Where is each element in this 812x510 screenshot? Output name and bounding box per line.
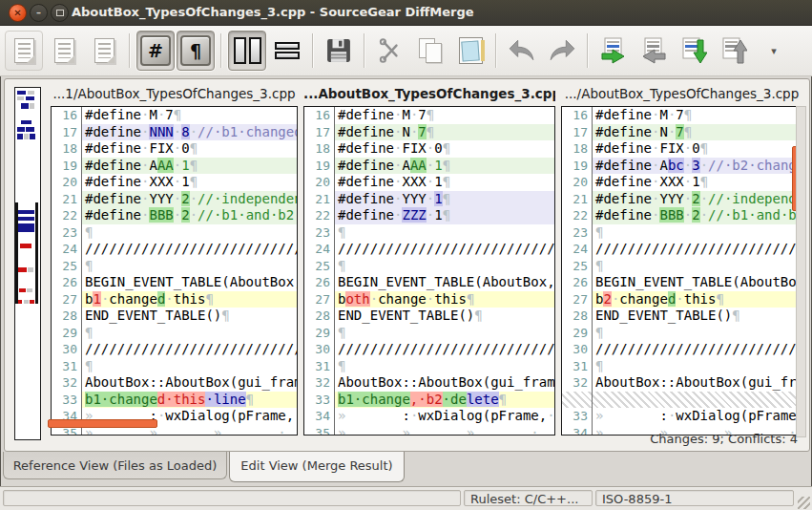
diffmerge-window: { "window": { "title": "AboutBox_TypesOf… [0, 0, 812, 510]
code-line[interactable]: 22#define·ZZZ·1¶ [304, 207, 554, 224]
code-line[interactable]: 17#define·N·7¶ [304, 124, 554, 141]
code-line[interactable]: 25¶ [562, 258, 802, 275]
code-line[interactable]: 24//////////////////////////// [304, 241, 554, 258]
code-line[interactable]: 27b2·changed·this¶ [562, 291, 802, 308]
save-button[interactable] [320, 31, 358, 71]
close-button[interactable]: ✕ [9, 4, 27, 22]
code-line[interactable]: 29¶ [304, 325, 554, 342]
file-diff-button[interactable] [5, 31, 43, 71]
line-number: 31 [304, 358, 335, 375]
code-line[interactable]: 26BEGIN_EVENT_TABLE(AboutBox,· [562, 274, 802, 291]
tab-edit-view[interactable]: Edit View (Merge Result) [229, 452, 405, 482]
code-line[interactable]: 18#define·FIX·0¶ [562, 140, 802, 158]
line-text: #define·YYY·2·//·independent [82, 191, 297, 208]
apply-change-down-button[interactable] [675, 31, 713, 71]
code-panel-left[interactable]: 16#define·M·7¶17#define·NNN·8·//·b1·chan… [51, 106, 298, 436]
undo-button[interactable] [503, 31, 541, 71]
apply-change-left-button[interactable] [635, 31, 673, 71]
code-line[interactable]: 32AboutBox::AboutBox(gui_frame [52, 374, 297, 392]
code-line[interactable]: 32AboutBox::AboutBox(gui_frame [304, 374, 554, 392]
encoding-cell: ISO-8859-1 [595, 490, 794, 506]
maximize-button[interactable] [51, 4, 69, 22]
code-line[interactable]: 35» » » ..·.. [304, 425, 554, 436]
code-line[interactable]: 25¶ [52, 258, 297, 275]
file-merge-button[interactable] [85, 31, 123, 71]
code-line[interactable]: 20#define·XXX·1¶ [562, 174, 802, 191]
line-number [562, 392, 593, 409]
code-line[interactable]: 31¶ [304, 358, 554, 375]
code-line[interactable]: 19#define·AAA·1¶ [304, 158, 554, 175]
code-line[interactable]: 24//////////////////////////// [562, 241, 802, 258]
split-vertical-button[interactable] [228, 31, 266, 71]
copy-button[interactable] [411, 31, 449, 71]
apply-change-up-button[interactable] [715, 31, 753, 71]
code-line[interactable]: 28END_EVENT_TABLE()¶ [562, 308, 802, 325]
apply-change-right-button[interactable] [594, 31, 633, 71]
apply-menu-button[interactable]: ▾ [755, 31, 793, 71]
split-horizontal-button[interactable] [268, 31, 306, 71]
code-panel-right[interactable]: 16#define·M·7¶17#define·N·7¶18#define·FI… [561, 106, 802, 436]
code-line[interactable]: 30//////////////////////////// [304, 341, 554, 358]
code-line[interactable]: 21#define·YYY·2·//·independent [52, 191, 297, 208]
file-path-left: ...1/AboutBox_TypesOfChanges_3.cpp [51, 84, 298, 103]
code-line[interactable]: 33» :·wxDialog(pFrame,· [562, 408, 802, 425]
code-line[interactable]: 31¶ [52, 358, 297, 375]
cut-button[interactable] [371, 31, 409, 71]
code-line[interactable]: 34» :·wxDialog(pFrame,· [304, 408, 554, 425]
redo-button[interactable] [543, 31, 581, 71]
code-line[interactable]: 28END_EVENT_TABLE()¶ [304, 308, 554, 325]
code-line[interactable]: 29¶ [562, 325, 802, 342]
deleted-line-placeholder[interactable] [562, 392, 802, 409]
code-line[interactable]: 19#define·Abc·3·//·b2·changed [562, 158, 802, 175]
code-line[interactable]: 33b1·change,·b2·delete¶ [304, 392, 554, 409]
overview-strip[interactable] [14, 87, 41, 440]
show-whitespace-button[interactable]: ¶ [177, 31, 215, 71]
code-line[interactable]: 21#define·YYY·2·//·independent [562, 191, 802, 208]
code-line[interactable]: 16#define·M·7¶ [52, 107, 297, 124]
toolbar-separator [495, 33, 497, 68]
paste-button[interactable] [451, 31, 489, 71]
line-numbers-button[interactable]: # [136, 31, 175, 71]
code-line[interactable]: 33b1·changed·this·line¶ [52, 392, 297, 409]
minimize-button[interactable]: – [30, 4, 48, 22]
folder-diff-button[interactable] [45, 31, 83, 71]
resize-grip[interactable] [798, 497, 810, 509]
code-line[interactable]: 20#define·XXX·1¶ [52, 174, 297, 191]
code-line[interactable]: 31¶ [562, 358, 802, 375]
code-line[interactable]: 17#define·NNN·8·//·b1·changed [52, 124, 297, 141]
code-line[interactable]: 18#define·FIX·0¶ [52, 140, 297, 158]
code-line[interactable]: 32AboutBox::AboutBox(gui_frame [562, 374, 802, 392]
code-line[interactable]: 16#define·M·7¶ [562, 107, 802, 124]
code-line[interactable]: 27b1·changed·this¶ [52, 291, 297, 308]
code-line[interactable]: 23¶ [304, 224, 554, 242]
title-bar[interactable]: ✕ – AboutBox_TypesOfChanges_3.cpp - Sour… [0, 0, 812, 26]
code-line[interactable]: 17#define·N·7¶ [562, 124, 802, 141]
code-line[interactable]: 27both·change·this¶ [304, 291, 554, 308]
code-line[interactable]: 25¶ [304, 258, 554, 275]
code-line[interactable]: 30//////////////////////////// [52, 341, 297, 358]
code-line[interactable]: 16#define·M·7¶ [304, 107, 554, 124]
code-panel-center[interactable]: 16#define·M·7¶17#define·N·7¶18#define·FI… [303, 106, 555, 436]
code-line[interactable]: 29¶ [52, 325, 297, 342]
code-line[interactable]: 23¶ [562, 224, 802, 242]
code-line[interactable]: 18#define·FIX·0¶ [304, 140, 554, 158]
vertical-scrollbar-track[interactable] [796, 106, 806, 437]
line-number: 29 [52, 325, 82, 342]
horizontal-scrollbar-thumb[interactable] [48, 419, 157, 428]
code-line[interactable]: 23¶ [52, 224, 297, 242]
tab-reference-view[interactable]: Reference View (Files as Loaded) [3, 452, 227, 479]
code-line[interactable]: 24//////////////////////////// [52, 241, 297, 258]
toolbar: #¶▾ [0, 26, 812, 76]
code-line[interactable]: 28END_EVENT_TABLE()¶ [52, 308, 297, 325]
code-line[interactable]: 20#define·XXX·1¶ [304, 174, 554, 191]
status-bar: Ruleset: C/C++... ISO-8859-1 [0, 486, 812, 510]
code-line[interactable]: 21#define·YYY·1¶ [304, 191, 554, 208]
overview-viewport-indicator[interactable] [15, 202, 38, 304]
code-line[interactable]: 22#define·BBB·2·//·b1·and·b2·c [52, 207, 297, 224]
code-line[interactable]: 30//////////////////////////// [562, 341, 802, 358]
code-line[interactable]: 26BEGIN_EVENT_TABLE(AboutBox,· [52, 274, 297, 291]
overview-change-mark [17, 127, 25, 132]
code-line[interactable]: 19#define·AAA·1¶ [52, 158, 297, 175]
code-line[interactable]: 22#define·BBB·2·//·b1·and·b2·c [562, 207, 802, 224]
code-line[interactable]: 26BEGIN_EVENT_TABLE(AboutBox,· [304, 274, 554, 291]
